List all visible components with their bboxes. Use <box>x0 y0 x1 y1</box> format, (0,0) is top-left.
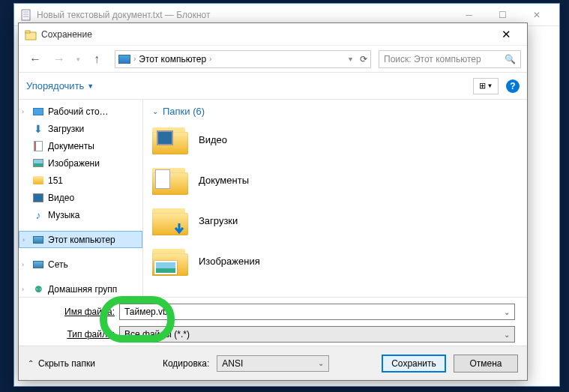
chevron-down-icon[interactable]: ⌄ <box>504 308 510 316</box>
folder-icon <box>152 205 188 235</box>
fields-area: Имя файла: Таймер.vbs ⌄ Тип файла: Все ф… <box>19 298 527 346</box>
filename-input[interactable]: Таймер.vbs ⌄ <box>119 304 515 320</box>
dialog-titlebar[interactable]: Сохранение ✕ <box>19 23 527 46</box>
homegroup-icon: ⚉ <box>32 283 44 295</box>
download-icon: ⬇ <box>32 123 44 135</box>
chevron-down-icon: ▼ <box>87 82 94 90</box>
help-button[interactable]: ? <box>506 79 520 93</box>
content-pane[interactable]: ⌄ Папки (6) Видео Документы Загрузки <box>143 100 527 297</box>
pc-icon <box>118 55 130 64</box>
save-dialog: Сохранение ✕ ← → ▾ ↑ › Этот компьютер › … <box>18 22 528 381</box>
folder-item-downloads[interactable]: Загрузки <box>152 205 518 235</box>
tree-item-this-pc[interactable]: ›Этот компьютер <box>19 231 142 248</box>
organize-button[interactable]: Упорядочить ▼ <box>26 80 94 91</box>
chevron-down-icon: ⌄ <box>152 107 158 115</box>
search-icon: 🔍 <box>505 54 516 64</box>
cancel-button[interactable]: Отмена <box>454 355 518 373</box>
filetype-label: Тип файла: <box>31 329 115 340</box>
filetype-combo[interactable]: Все файлы (*.*) ⌄ <box>119 326 515 343</box>
chevron-up-icon: ⌃ <box>28 359 34 367</box>
notepad-title: Новый текстовый документ.txt — Блокнот <box>37 10 452 20</box>
folder-icon <box>152 124 188 154</box>
save-button[interactable]: Сохранить <box>382 355 446 373</box>
view-button[interactable]: ⊞▼ <box>473 78 499 94</box>
address-dropdown[interactable]: ▾ <box>349 55 352 63</box>
chevron-down-icon: ⌄ <box>318 359 324 367</box>
recent-dropdown[interactable]: ▾ <box>73 49 83 70</box>
tree-item-homegroup[interactable]: ›⚉Домашняя групп <box>19 280 142 297</box>
toolbar: Упорядочить ▼ ⊞▼ ? <box>19 73 527 100</box>
forward-button[interactable]: → <box>49 49 70 70</box>
filename-label: Имя файла: <box>31 307 115 317</box>
tree-item-151[interactable]: 151 <box>19 172 142 189</box>
search-placeholder: Поиск: Этот компьютер <box>384 54 481 64</box>
encoding-combo[interactable]: ANSI ⌄ <box>217 355 329 372</box>
dialog-body: ›Рабочий сто… ⬇Загрузки Документы Изобра… <box>19 100 527 298</box>
expand-icon[interactable]: › <box>22 261 24 268</box>
tree-item-video[interactable]: Видео <box>19 189 142 206</box>
search-input[interactable]: Поиск: Этот компьютер 🔍 <box>379 50 521 68</box>
tree-item-downloads[interactable]: ⬇Загрузки <box>19 120 142 137</box>
expand-icon[interactable]: › <box>22 286 24 293</box>
music-icon: ♪ <box>32 209 44 221</box>
folders-group-header[interactable]: ⌄ Папки (6) <box>152 106 518 117</box>
encoding-label: Кодировка: <box>163 358 209 369</box>
folder-item-video[interactable]: Видео <box>152 124 518 154</box>
tree-item-desktop[interactable]: ›Рабочий сто… <box>19 103 142 120</box>
dialog-footer: ⌃ Скрыть папки Кодировка: ANSI ⌄ Сохрани… <box>19 346 527 380</box>
breadcrumb-location[interactable]: Этот компьютер <box>139 54 206 64</box>
hide-folders-button[interactable]: ⌃ Скрыть папки <box>28 358 95 369</box>
folder-item-documents[interactable]: Документы <box>152 165 518 195</box>
folder-item-images[interactable]: Изображения <box>152 246 518 276</box>
tree-item-documents[interactable]: Документы <box>19 137 142 154</box>
tree-item-images[interactable]: Изображени <box>19 154 142 172</box>
svg-rect-0 <box>22 10 30 20</box>
save-icon <box>25 28 37 40</box>
folder-icon <box>152 246 188 276</box>
tree-item-network[interactable]: ›Сеть <box>19 256 142 273</box>
chevron-right-icon[interactable]: › <box>209 55 211 63</box>
navigation-bar: ← → ▾ ↑ › Этот компьютер › ▾ ⟳ Поиск: Эт… <box>19 46 527 73</box>
chevron-down-icon: ⌄ <box>504 331 510 339</box>
chevron-right-icon[interactable]: › <box>133 55 136 63</box>
folder-icon <box>152 165 188 195</box>
back-button[interactable]: ← <box>25 49 46 70</box>
refresh-button[interactable]: ⟳ <box>360 54 367 64</box>
notepad-icon <box>20 9 32 21</box>
dialog-title: Сохранение <box>41 29 491 40</box>
navigation-tree[interactable]: ›Рабочий сто… ⬇Загрузки Документы Изобра… <box>19 100 143 297</box>
dialog-close-button[interactable]: ✕ <box>491 24 521 45</box>
tree-item-music[interactable]: ♪Музыка <box>19 206 142 223</box>
expand-icon[interactable]: › <box>22 236 25 244</box>
up-button[interactable]: ↑ <box>86 49 107 70</box>
svg-rect-5 <box>25 31 30 33</box>
address-bar[interactable]: › Этот компьютер › ▾ ⟳ <box>115 50 371 68</box>
expand-icon[interactable]: › <box>22 108 24 115</box>
